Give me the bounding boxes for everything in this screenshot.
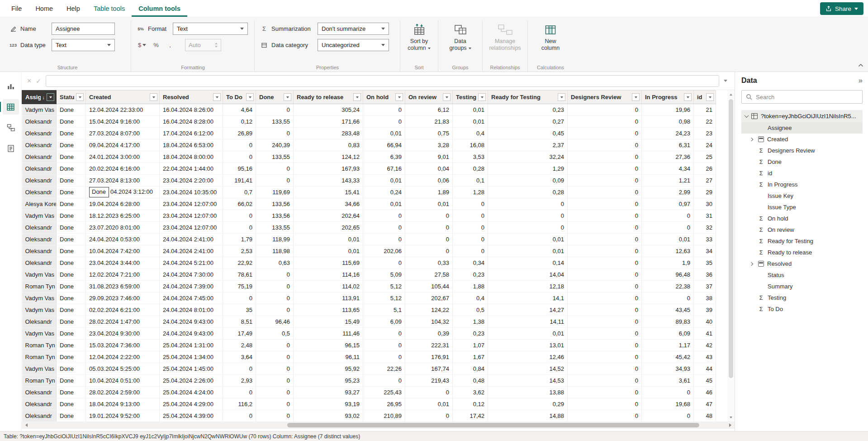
cell[interactable]: 0 [256, 398, 294, 410]
field-assignee[interactable]: Assignee [741, 122, 863, 134]
cell[interactable]: Done [57, 163, 86, 175]
cell[interactable]: 40 [694, 316, 716, 328]
cell[interactable]: 0,1 [453, 175, 488, 187]
cell[interactable]: 0 [256, 104, 294, 116]
cell[interactable]: 30 [694, 198, 716, 210]
cell[interactable]: 0 [568, 387, 642, 398]
cell[interactable]: 210,89 [363, 410, 405, 422]
cell[interactable]: 171,66 [294, 116, 363, 128]
cell[interactable]: 202,67 [405, 292, 453, 304]
collapse-ribbon-button[interactable] [858, 61, 863, 69]
column-header-created[interactable]: Created [86, 91, 160, 104]
cell[interactable]: 0 [642, 210, 694, 222]
cell[interactable]: 0 [453, 234, 488, 245]
cell[interactable]: 0,01 [405, 198, 453, 210]
cell[interactable]: 0,01 [488, 245, 568, 257]
cell[interactable]: Done [57, 328, 86, 340]
cell[interactable]: 0,12 [223, 116, 256, 128]
cell[interactable]: 23.04.2024 9:30:00 [86, 328, 160, 340]
cell[interactable]: 27,58 [405, 269, 453, 281]
cell[interactable]: 24 [694, 139, 716, 151]
cell[interactable]: 0 [453, 222, 488, 234]
cell[interactable]: 2,99 [642, 187, 694, 198]
cell[interactable]: 14,11 [488, 316, 568, 328]
cell[interactable]: 95,23 [294, 375, 363, 387]
cell[interactable]: 0,28 [453, 163, 488, 175]
cell[interactable]: 32 [694, 222, 716, 234]
cell[interactable]: 25.04.2024 1:31:00 [160, 340, 223, 351]
cell[interactable]: 24.04.2024 7:39:00 [160, 281, 223, 292]
cell[interactable]: 12.02.2024 7:21:00 [86, 269, 160, 281]
cell[interactable]: 6,09 [642, 328, 694, 340]
cell[interactable]: 18.04.2024 8:00:00 [160, 151, 223, 163]
cell[interactable]: 18.04.2024 9:13:00 [86, 398, 160, 410]
cell[interactable]: 6,12 [405, 104, 453, 116]
spinner-arrows-icon[interactable] [215, 41, 218, 49]
expand-formula-bar-icon[interactable] [724, 80, 727, 84]
cell[interactable]: 0 [405, 222, 453, 234]
cell[interactable]: 113,65 [294, 304, 363, 316]
search-input[interactable] [756, 94, 858, 101]
cell[interactable]: 46 [694, 387, 716, 398]
cell[interactable]: 14,1 [488, 292, 568, 304]
cell[interactable]: 0,23 [453, 269, 488, 281]
cell[interactable]: 119,69 [256, 187, 294, 198]
cell[interactable]: 0,28 [488, 187, 568, 198]
cell[interactable]: 0,33 [405, 257, 453, 269]
field-issue-key[interactable]: Issue Key [741, 190, 863, 201]
column-header-ready-for-testing[interactable]: Ready for Testing [488, 91, 568, 104]
cell[interactable]: 0 [256, 363, 294, 375]
cell[interactable]: 23.04.2024 12:07:00 [160, 198, 223, 210]
cell[interactable]: 118,98 [256, 245, 294, 257]
cell[interactable]: 21,83 [405, 116, 453, 128]
cell[interactable]: 3,61 [642, 375, 694, 387]
cell[interactable]: 19.01.2024 9:52:00 [86, 410, 160, 422]
cell[interactable]: 14,52 [488, 363, 568, 375]
cell[interactable]: Done [57, 139, 86, 151]
cell[interactable]: Oleksandr [22, 316, 57, 328]
data-groups-button[interactable]: Data groups [444, 22, 477, 53]
cell[interactable]: 22,26 [363, 363, 405, 375]
field-status[interactable]: Status [741, 269, 863, 281]
cell[interactable]: 2,93 [223, 375, 256, 387]
scroll-up-icon[interactable] [730, 90, 732, 97]
cell[interactable]: 113,91 [294, 292, 363, 304]
cell[interactable]: 0 [363, 234, 405, 245]
cell[interactable]: 12.04.2024 22:33:00 [86, 104, 160, 116]
menu-tab-table-tools[interactable]: Table tools [87, 0, 132, 17]
cell[interactable]: 1,07 [453, 340, 488, 351]
cell[interactable]: 0 [405, 410, 453, 422]
cell[interactable]: 27.03.2024 8:07:00 [86, 128, 160, 139]
field-ready-to-release[interactable]: ΣReady to release [741, 247, 863, 258]
cell[interactable]: 240,39 [256, 139, 294, 151]
cell[interactable]: Done [57, 316, 86, 328]
cell[interactable]: 20.02.2024 6:16:00 [86, 163, 160, 175]
cell[interactable]: 0 [256, 163, 294, 175]
cell[interactable]: 0,45 [488, 128, 568, 139]
filter-dropdown-icon[interactable] [443, 93, 451, 101]
cell[interactable]: 48 [694, 410, 716, 422]
cell[interactable]: Done [57, 269, 86, 281]
cell[interactable]: 222,31 [405, 340, 453, 351]
cell[interactable]: 24.04.2024 9:43:00 [160, 316, 223, 328]
cell[interactable]: 0,01 [488, 328, 568, 340]
cell[interactable]: 0,09 [488, 175, 568, 187]
cell[interactable]: 0,97 [642, 198, 694, 210]
cell[interactable]: 0 [223, 410, 256, 422]
cell[interactable]: 0 [568, 175, 642, 187]
cell[interactable]: 1,88 [453, 281, 488, 292]
cell[interactable]: 15.03.2024 7:36:00 [86, 340, 160, 351]
cell[interactable]: 0 [363, 210, 405, 222]
cell[interactable]: Oleksandr [22, 139, 57, 151]
cell[interactable]: Vadym Vas [22, 328, 57, 340]
cell[interactable]: 0 [363, 328, 405, 340]
cell[interactable]: 0,14 [488, 257, 568, 269]
field-designers-review[interactable]: ΣDesigners Review [741, 145, 863, 156]
cell[interactable]: 0 [405, 387, 453, 398]
cell[interactable]: 0 [568, 198, 642, 210]
cell[interactable]: 0 [256, 340, 294, 351]
cell[interactable]: 39 [694, 304, 716, 316]
cell[interactable]: Done [57, 151, 86, 163]
cell[interactable]: 176,91 [405, 351, 453, 363]
cell[interactable]: 0 [568, 410, 642, 422]
